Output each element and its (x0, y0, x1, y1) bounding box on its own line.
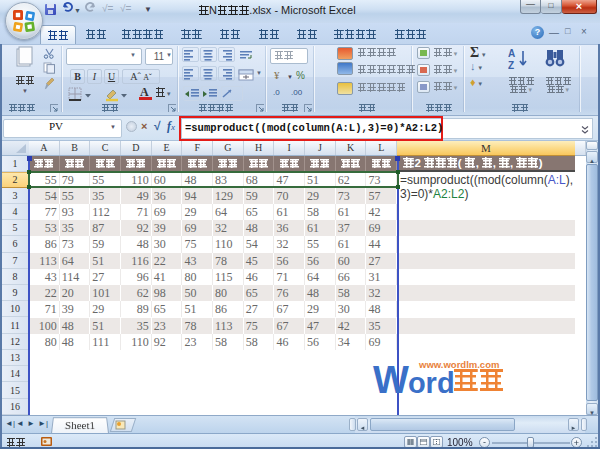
svg-text:.00: .00 (291, 88, 303, 97)
svg-text:A: A (508, 48, 515, 59)
svg-text:%: % (296, 70, 305, 81)
svg-text:▼: ▼ (287, 74, 293, 80)
svg-text:¥: ¥ (274, 69, 280, 81)
svg-text:Z: Z (508, 60, 514, 71)
svg-text:.0: .0 (273, 88, 280, 97)
